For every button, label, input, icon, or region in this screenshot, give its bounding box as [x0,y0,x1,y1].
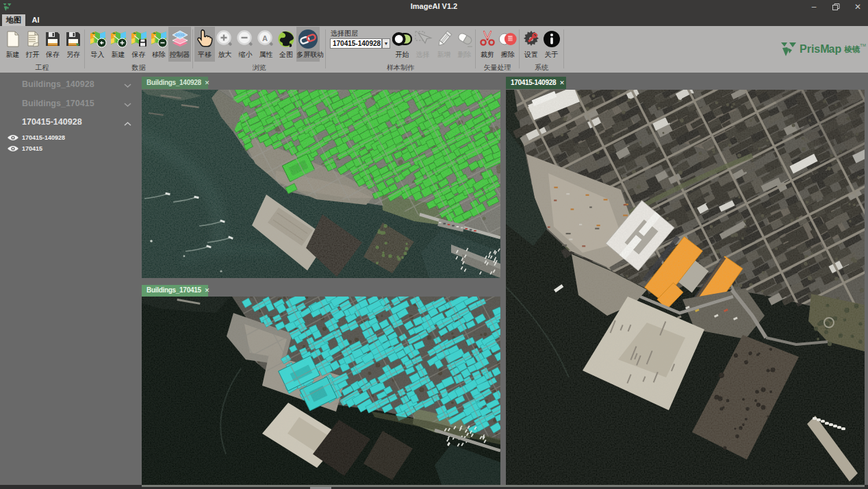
svg-text:A: A [262,34,268,42]
